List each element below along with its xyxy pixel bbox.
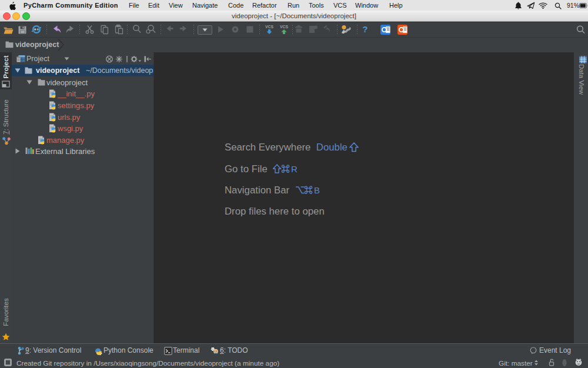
svg-text:VCS: VCS (280, 25, 288, 29)
svg-text:R: R (291, 164, 298, 174)
svg-text:VCS: VCS (265, 25, 273, 29)
svg-text:?: ? (363, 25, 368, 34)
svg-text:B: B (314, 185, 320, 195)
